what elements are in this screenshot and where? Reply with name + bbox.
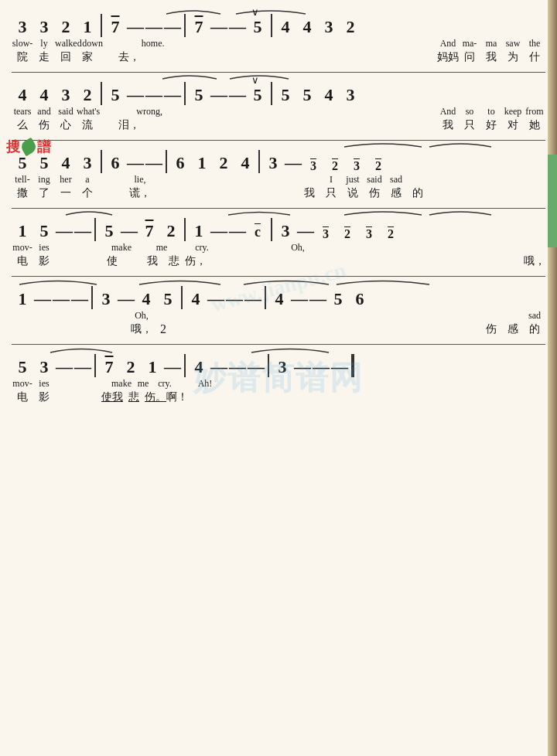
lyric-word: keep [502,106,524,117]
note: 7 [188,17,210,37]
bar-line [184,14,186,37]
note: 5 [33,221,55,241]
note: 3 [33,357,55,377]
bar-line [351,354,354,377]
note: 5 [98,221,120,241]
note: 1 [77,17,98,37]
lyric-word: lie, [117,174,163,186]
lyric-char: 我 [480,50,502,64]
note: 3 [358,226,380,241]
note: 3 [302,158,324,173]
note: 6 [104,153,126,173]
bar-line [271,14,272,37]
lyric-word: ies [33,242,55,254]
lyric-char: 说 [342,186,364,200]
lyric-char: 2 [152,322,174,336]
lyric-char: 伤 [33,118,55,132]
note: 3 [272,357,293,377]
lyric-char: 为 [502,50,524,64]
lyric-char: 心 [55,118,77,132]
note-dash: — [55,357,73,377]
note-dash: — [210,357,228,377]
logo-leaf-icon [19,138,39,157]
bar-line [101,14,102,37]
note: 4 [33,85,55,105]
note: 4 [55,153,77,173]
lyric-word: cry. [154,378,176,390]
en-lyrics-5: Oh, sad [12,309,545,322]
note-dash: — [284,153,302,173]
lyric-char: 伤， [185,254,207,268]
note: 3 [340,85,361,105]
note: 3 [77,153,98,173]
note: 3 [55,85,77,105]
lyric-char: 个 [77,186,98,200]
lyric-word: walked [55,38,82,49]
note-dash: — [293,357,312,377]
lyric-word: down [82,38,104,49]
note-dash: — [70,289,89,309]
bar-line [101,150,102,173]
en-lyrics-2: tears and said what's wrong, And so to k… [12,105,545,118]
bar-line [166,150,167,173]
lyric-word: tell- [12,174,33,186]
bar-line [184,82,186,105]
notes-line-2: 4 4 3 2 5 — — — 5 — — ∨ 5 5 5 4 3 [12,76,545,105]
note: 5 [12,357,33,377]
note: 3 [12,17,33,37]
note: 2 [324,158,346,173]
lyric-word: mov- [12,242,33,254]
lyric-word: ma- [459,38,480,49]
notes-line-6: 5 3 — — 7 2 1 — 4 — — — 3 — — — [12,348,545,377]
lyric-char: 家 [77,50,98,64]
lyric-char: 感 [385,186,407,200]
lyric-char: 了 [33,186,55,200]
lyric-char: 撒 [12,186,33,200]
section-2: 4 4 3 2 5 — — — 5 — — ∨ 5 5 5 4 3 tears … [12,72,545,135]
section-6: 5 3 — — 7 2 1 — 4 — — — 3 — — — mov- ies [12,344,545,407]
note-dash: — [163,17,182,37]
note: 4 [296,17,318,37]
note: 1 [191,153,213,173]
right-edge-decoration [548,0,557,756]
page: 妙谱简谱网 www.jianpu.cn 3 3 2 1 7 — — — 7 — … [0,0,557,756]
lyric-char: 问 [459,50,480,64]
note: 1 [188,221,210,241]
lyric-word: me [132,378,154,390]
lyric-word: Oh, [131,310,152,322]
lyric-char: 哦， [131,322,152,336]
lyric-char: 影 [33,390,55,404]
lyric-char: 我 [299,186,320,200]
lyric-word: Ah! [194,378,216,390]
note: c [247,224,268,241]
note: 4 [12,85,33,105]
note: 3 [318,17,340,37]
note: 2 [160,221,182,241]
note: ∨ 5 [247,85,268,105]
lyric-word: I [320,174,342,186]
lyric-char: 伤 [480,322,502,336]
bar-line [184,354,186,377]
lyric-word: just [342,174,364,186]
note: 2 [340,17,361,37]
note: 2 [77,85,98,105]
en-lyrics-3: tell- ing her a lie, I just said sad [12,173,545,186]
lyric-char: 一 [55,186,77,200]
note: 4 [318,85,340,105]
bar-line [181,286,183,309]
note: 3 [346,158,367,173]
lyric-word: the [524,38,545,49]
en-lyrics-4: mov- ies make me cry. Oh, [12,241,545,254]
note-dash: — [163,357,182,377]
note-dash: — [73,221,92,241]
note-dash: — [290,289,309,309]
lyric-char: 走 [33,50,55,64]
lyric-char: 去， [98,50,160,64]
lyric-word: Oh, [287,242,309,254]
note-dash: — [126,153,145,173]
note-dash: — [330,357,349,377]
lyric-char: 什 [524,50,545,64]
lyric-char: 泪， [98,118,160,132]
notes-line-5: 1 — — — 3 — 4 5 4 — — — 4 — — 5 6 [12,280,545,309]
lyric-word: sad [524,310,545,322]
